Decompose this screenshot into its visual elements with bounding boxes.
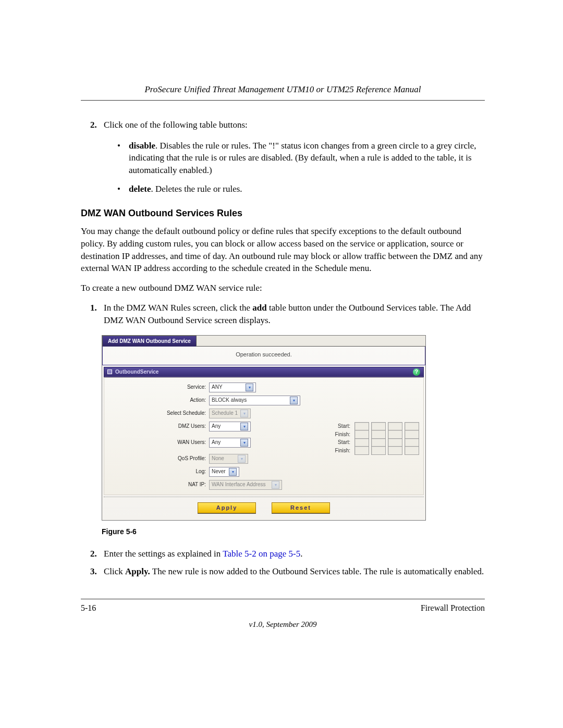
ip-octet[interactable] <box>354 438 369 447</box>
bullet-dot: • <box>117 183 129 195</box>
term: delete <box>129 184 151 194</box>
chevron-down-icon: ▾ <box>238 455 246 463</box>
figure-screenshot: Add DMZ WAN Outbound Service Operation s… <box>102 335 426 521</box>
help-icon[interactable]: ? <box>413 368 420 376</box>
v: BLOCK always <box>212 397 247 404</box>
t: add <box>252 303 266 313</box>
ip-octet[interactable] <box>354 422 369 431</box>
label-nat: NAT IP: <box>104 481 209 488</box>
label-log: Log: <box>104 468 209 475</box>
ip-octet[interactable] <box>371 438 386 447</box>
t: The new rule is now added to the Outboun… <box>150 566 484 576</box>
step-number: 2. <box>90 119 104 131</box>
chevron-down-icon: ▾ <box>240 439 248 447</box>
v: WAN Interface Address <box>212 481 266 488</box>
log-select[interactable]: Never▾ <box>209 467 239 477</box>
chevron-down-icon: ▾ <box>240 410 248 417</box>
step-text: Click Apply. The new rule is now added t… <box>104 565 484 578</box>
label-action: Action: <box>104 397 209 404</box>
schedule-select: Schedule 1▾ <box>209 409 251 418</box>
ip-octet[interactable] <box>405 446 419 455</box>
qos-select: None▾ <box>209 454 248 464</box>
desc: . Disables the rule or rules. The "!" st… <box>129 141 476 176</box>
paragraph: You may change the default outbound poli… <box>81 225 485 275</box>
apply-button[interactable]: Apply <box>198 502 256 513</box>
v: Any <box>212 439 221 446</box>
t: Apply. <box>125 566 150 576</box>
bullet-item: disable. Disables the rule or rules. The… <box>129 140 485 177</box>
bullet-item: delete. Deletes the rule or rules. <box>129 183 242 195</box>
step-number: 1. <box>90 302 104 327</box>
ip-start-wan <box>354 438 419 447</box>
bullet-dot: • <box>117 140 129 177</box>
ip-octet[interactable] <box>388 422 402 431</box>
label-start: Start: <box>329 423 350 430</box>
step-text: In the DMZ WAN Rules screen, click the a… <box>104 302 485 327</box>
v: Schedule 1 <box>212 410 238 417</box>
service-select[interactable]: ANY▾ <box>209 382 256 392</box>
label-start: Start: <box>329 439 350 446</box>
page-number: 5-16 <box>81 602 96 614</box>
ip-octet[interactable] <box>388 438 402 447</box>
chevron-down-icon: ▾ <box>246 384 253 391</box>
paragraph: To create a new outbound DMZ WAN service… <box>81 282 485 294</box>
label-service: Service: <box>104 384 209 391</box>
chapter-name: Firewall Protection <box>421 602 485 614</box>
ip-start-dmz <box>354 422 419 431</box>
ip-finish-wan <box>354 446 419 455</box>
step-text: Enter the settings as explained in Table… <box>104 548 302 560</box>
tab-filler <box>197 336 425 347</box>
chevron-down-icon: ▾ <box>229 468 237 476</box>
panel-tab[interactable]: Add DMZ WAN Outbound Service <box>102 336 197 347</box>
running-header: ProSecure Unified Threat Management UTM1… <box>81 83 485 101</box>
section-heading: DMZ WAN Outbound Services Rules <box>81 207 485 220</box>
t: In the DMZ WAN Rules screen, click the <box>104 303 252 313</box>
label-qos: QoS Profile: <box>104 455 209 462</box>
step-number: 2. <box>90 548 104 560</box>
label-schedule: Select Schedule: <box>104 410 209 417</box>
status-message: Operation succeeded. <box>102 347 425 365</box>
ip-octet[interactable] <box>354 446 369 455</box>
step-number: 3. <box>90 565 104 578</box>
v: ANY <box>212 384 223 391</box>
t: Click <box>104 566 125 576</box>
xref-link[interactable]: Table 5-2 on page 5-5 <box>223 549 300 559</box>
reset-button[interactable]: Reset <box>272 502 330 513</box>
ip-octet[interactable] <box>405 422 419 431</box>
dmz-users-select[interactable]: Any▾ <box>209 422 251 431</box>
v: Any <box>212 423 221 430</box>
action-select[interactable]: BLOCK always▾ <box>209 396 300 405</box>
ip-octet[interactable] <box>371 446 386 455</box>
chevron-down-icon: ▾ <box>240 423 248 430</box>
v: None <box>212 455 224 462</box>
label-wan-users: WAN Users: <box>104 439 209 446</box>
doc-version: v1.0, September 2009 <box>81 619 485 630</box>
figure-caption: Figure 5-6 <box>102 527 485 537</box>
t: . <box>300 549 302 559</box>
ip-octet[interactable] <box>388 446 402 455</box>
label-dmz-users: DMZ Users: <box>104 423 209 430</box>
wan-users-select[interactable]: Any▾ <box>209 438 251 448</box>
nat-select: WAN Interface Address▾ <box>209 480 282 490</box>
desc: . Deletes the rule or rules. <box>151 184 242 194</box>
v: Never <box>212 468 226 475</box>
chevron-down-icon: ▾ <box>290 397 298 404</box>
step-text: Click one of the following table buttons… <box>104 119 248 131</box>
t: Enter the settings as explained in <box>104 549 223 559</box>
chevron-down-icon: ▾ <box>272 481 279 489</box>
ip-octet[interactable] <box>405 438 419 447</box>
term: disable <box>129 141 155 151</box>
ip-octet[interactable] <box>371 422 386 431</box>
section-bar: OutboundService ? <box>104 367 424 377</box>
collapse-icon[interactable] <box>107 369 112 374</box>
label-finish: Finish: <box>329 447 350 454</box>
section-label: OutboundService <box>115 368 158 376</box>
